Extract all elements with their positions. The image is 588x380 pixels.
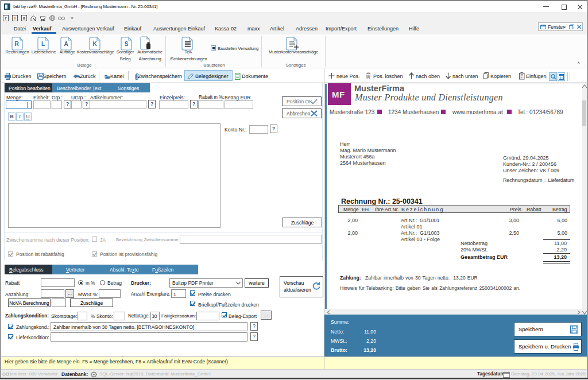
svg-text:a: a xyxy=(23,16,25,20)
svg-text:K: K xyxy=(92,41,97,47)
svg-text:Fenster: Fenster xyxy=(548,24,564,30)
svg-text:L: L xyxy=(41,41,45,47)
svg-text:r: r xyxy=(5,16,7,20)
svg-text:S: S xyxy=(125,41,129,47)
svg-text:A: A xyxy=(64,41,68,47)
svg-text:R: R xyxy=(14,41,19,47)
svg-text:l: l xyxy=(14,16,16,20)
